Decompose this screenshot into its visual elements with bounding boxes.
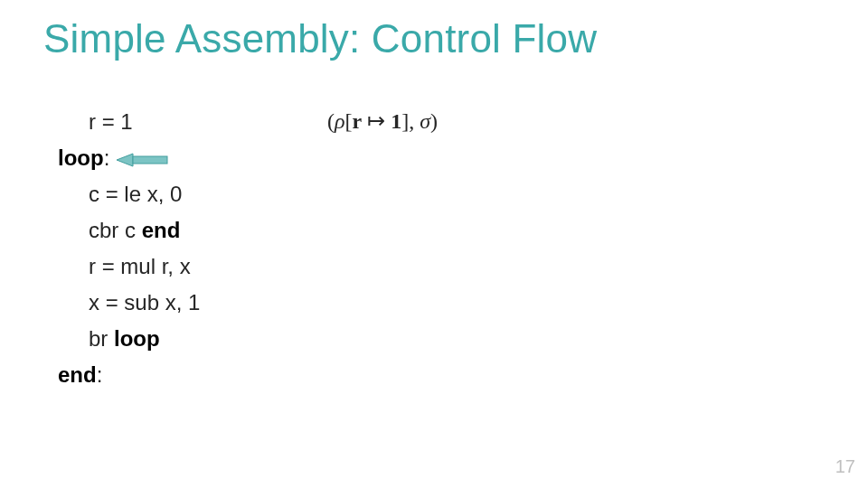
page-number: 17 xyxy=(835,456,855,477)
code-text: x = sub x, 1 xyxy=(89,290,200,314)
rho: ρ xyxy=(335,109,345,133)
mapsto: ↦ xyxy=(362,109,391,133)
code-text: r = mul r, x xyxy=(89,254,191,278)
code-line-r-mul: r = mul r, x xyxy=(58,249,200,285)
code-line-r1: r = 1 xyxy=(58,104,200,140)
code-line-loop-label: loop: xyxy=(58,140,200,176)
code-block: r = 1 loop: c = le x, 0 cbr c end r = mu… xyxy=(58,104,200,393)
colon: : xyxy=(104,145,110,170)
code-text: cbr c xyxy=(89,218,142,242)
slide: Simple Assembly: Control Flow r = 1 loop… xyxy=(0,0,868,488)
bracket-close: ] xyxy=(401,109,409,133)
svg-marker-0 xyxy=(117,154,133,166)
code-line-x-sub: x = sub x, 1 xyxy=(58,285,200,321)
keyword-loop: loop xyxy=(114,326,160,351)
val-one: 1 xyxy=(391,109,401,133)
code-text: r = 1 xyxy=(89,109,133,134)
code-line-c-le: c = le x, 0 xyxy=(58,176,200,212)
code-line-end-label: end: xyxy=(58,357,200,393)
label-end: end xyxy=(58,362,97,387)
paren-open: ( xyxy=(327,109,335,133)
comma: , xyxy=(409,109,420,133)
paren-close: ) xyxy=(430,109,438,133)
code-line-cbr: cbr c end xyxy=(58,212,200,249)
code-line-br: br loop xyxy=(58,321,200,357)
code-text: br xyxy=(89,326,114,351)
arrow-left-icon xyxy=(115,151,171,169)
slide-title: Simple Assembly: Control Flow xyxy=(43,16,597,61)
semantics-expression: (ρ[r ↦ 1], σ) xyxy=(327,108,438,134)
colon: : xyxy=(97,362,103,387)
bracket-open: [ xyxy=(345,109,353,133)
var-r: r xyxy=(353,109,363,133)
keyword-end: end xyxy=(142,218,181,242)
code-text: c = le x, 0 xyxy=(89,182,182,206)
svg-rect-1 xyxy=(133,156,167,164)
label-loop: loop xyxy=(58,145,104,170)
sigma: σ xyxy=(420,109,430,133)
